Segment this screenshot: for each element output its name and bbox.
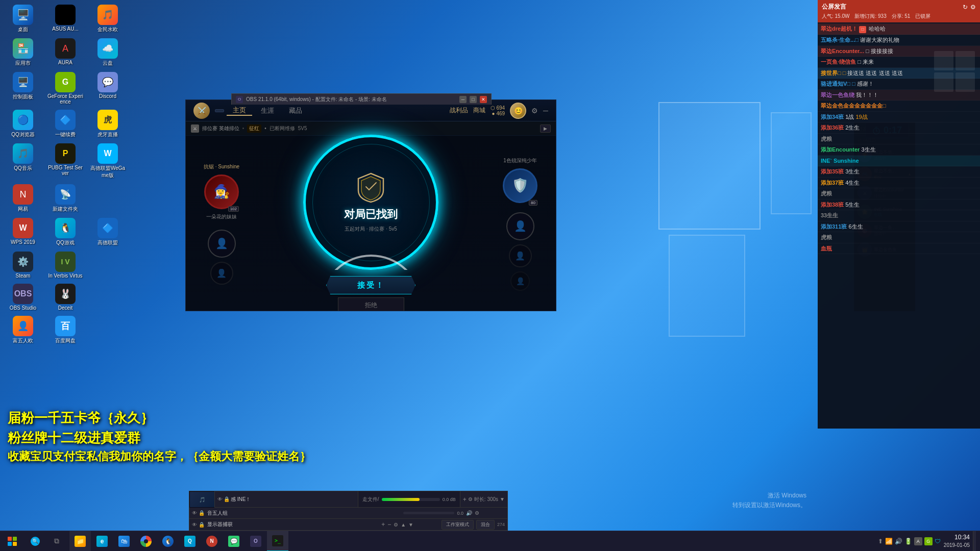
desktop-icon-wuliu[interactable]: 👤 富五人欧 bbox=[3, 314, 43, 346]
accept-button[interactable]: 接受！ bbox=[326, 276, 415, 294]
desktop-icon-controlpanel[interactable]: 🖥️ 控制面板 bbox=[3, 70, 43, 107]
task-view-btn[interactable]: ⧉ bbox=[46, 531, 67, 552]
obs-lock-3[interactable]: 🔒 bbox=[199, 522, 205, 528]
decline-button[interactable]: 拒绝 bbox=[338, 297, 404, 311]
tray-icon-asus[interactable]: A bbox=[914, 537, 922, 545]
desktop-icon-obs[interactable]: OBS OBS Studio bbox=[3, 282, 43, 313]
obs-eye-3[interactable]: 👁 bbox=[192, 522, 197, 528]
lol-nav-home[interactable]: 主页 bbox=[227, 106, 252, 116]
desktop-icon-qq[interactable]: 🐧 QQ游戏 bbox=[45, 216, 86, 248]
obs-lock-icon[interactable]: 🔒 bbox=[224, 496, 230, 502]
show-desktop-btn[interactable] bbox=[973, 531, 976, 552]
obs-lock-2[interactable]: 🔒 bbox=[199, 510, 205, 516]
obs-eye-2[interactable]: 👁 bbox=[192, 510, 197, 516]
obs-sources-row3: 👁 🔒 显示器捕获 + − ⚙ ▲ ▼ 工作室模式 混合 274 bbox=[189, 519, 507, 530]
taskbar-qq[interactable]: 🐧 bbox=[157, 531, 179, 552]
obs-src-settings-btn[interactable]: ⚙ bbox=[394, 522, 398, 528]
start-button[interactable] bbox=[0, 531, 24, 552]
desktop-icon-inverbis[interactable]: I V In Verbis Virtus bbox=[45, 249, 86, 281]
obs-title: OBS 21.1.0 (64bit, windows) - 配置文件: 未命名 … bbox=[246, 96, 456, 103]
obs-src-up-btn[interactable]: ▲ bbox=[401, 522, 406, 528]
obs-src-down-btn[interactable]: ▼ bbox=[408, 522, 413, 528]
taskbar-chrome[interactable] bbox=[135, 531, 157, 552]
obs-add-scene-btn[interactable]: + bbox=[463, 496, 467, 503]
obs-mix-btn[interactable]: 混合 bbox=[476, 520, 495, 530]
desktop-icon-asus[interactable]: A ASUS AU... bbox=[45, 3, 86, 35]
lol-nav-shop[interactable]: 商城 bbox=[473, 106, 485, 115]
obs-del-source-btn[interactable]: − bbox=[387, 521, 391, 528]
obs-mute-icon-2[interactable]: 🔊 bbox=[466, 510, 472, 516]
taskbar-edge[interactable]: e bbox=[91, 531, 113, 552]
desktop-icon-gaodeshu[interactable]: 🔷 高德联盟 bbox=[87, 216, 128, 248]
obs-volume-bar[interactable] bbox=[382, 498, 440, 501]
taskbar-misc[interactable]: O bbox=[245, 531, 266, 552]
taskbar-search[interactable]: 🔍 bbox=[24, 531, 46, 552]
lol-currency: ⬡ 694 ● 469 bbox=[491, 105, 505, 116]
taskbar-pinned-apps: 📁 e 🛍 🐧 Q N 💬 bbox=[67, 531, 290, 552]
desktop-icon-qqbrowser[interactable]: 🔵 QQ浏览器 bbox=[3, 108, 43, 140]
lol-nav-rewards[interactable]: 战利品 bbox=[450, 106, 468, 115]
overlay-line1: 届粉一千五卡爷｛永久｝ bbox=[8, 409, 799, 427]
chat-line-15: 添加37班 4生生 bbox=[818, 178, 980, 189]
lol-queue-toggle[interactable]: ▶ bbox=[540, 124, 551, 133]
desktop-icon-appstore[interactable]: 🏪 应用市 bbox=[3, 36, 43, 69]
lol-minimize-icon[interactable]: ─ bbox=[543, 107, 548, 115]
stream-chat-panel: 公屏发言 ↻ ⚙ 人气: 15.0W 新增订阅: 933 分享: 51 已锁屏 … bbox=[818, 0, 980, 429]
lol-queue-icon: ⚔ bbox=[191, 124, 199, 133]
lol-settings-icon[interactable]: ⚙ bbox=[531, 107, 538, 115]
tray-icon-volume[interactable]: 🔊 bbox=[895, 538, 902, 545]
obs-settings-icon-2[interactable]: ⚙ bbox=[475, 510, 479, 516]
desktop-icon-aura[interactable]: A AURA bbox=[45, 36, 86, 69]
desktop-icon-wps[interactable]: W WPS 2019 bbox=[3, 216, 43, 248]
desktop-icon-renew[interactable]: 🔷 一键续费 bbox=[45, 108, 86, 140]
lol-queue-bar: ⚔ 排位赛 英雄排位 • 征红 • 已断网维修 5V5 ▶ bbox=[186, 121, 556, 136]
desktop-icon-discord[interactable]: 💬 Discord bbox=[87, 70, 128, 107]
taskbar-cmd[interactable]: >_ bbox=[267, 531, 288, 552]
chat-header-bar: 公屏发言 ↻ ⚙ 人气: 15.0W 新增订阅: 933 分享: 51 已锁屏 bbox=[818, 0, 980, 22]
taskbar: 🔍 ⧉ 📁 e 🛍 🐧 bbox=[0, 531, 980, 551]
tray-icon-battery[interactable]: 🔋 bbox=[904, 538, 912, 545]
chat-settings-icon[interactable]: ⚙ bbox=[970, 4, 976, 11]
obs-eye-icon[interactable]: 👁 bbox=[217, 496, 223, 502]
desktop-icon-wangyi[interactable]: N 网易 bbox=[3, 182, 43, 215]
desktop-icon-huya[interactable]: 虎 虎牙直播 bbox=[87, 108, 128, 140]
desktop-icon-steam[interactable]: ⚙️ Steam bbox=[3, 249, 43, 281]
lol-nav-career[interactable]: 生涯 bbox=[255, 106, 280, 115]
champ-portrait-right4: 👤 bbox=[510, 271, 530, 291]
desktop-icon-geforce[interactable]: G GeForce Experience bbox=[45, 70, 86, 107]
chat-refresh-icon[interactable]: ↻ bbox=[963, 4, 968, 11]
taskbar-netease[interactable]: N bbox=[201, 531, 223, 552]
overlay-line2: 粉丝牌十二级进真爱群 bbox=[8, 429, 799, 447]
desktop-icon-xinhao[interactable]: 📡 新建文件夹 bbox=[45, 182, 86, 215]
tray-icon-1[interactable]: ⬆ bbox=[878, 538, 883, 545]
obs-titlebar: O OBS 21.1.0 (64bit, windows) - 配置文件: 未命… bbox=[231, 93, 492, 105]
obs-icon: O bbox=[236, 96, 243, 103]
obs-maximize-btn[interactable]: □ bbox=[470, 96, 477, 103]
desktop-icon-pubg[interactable]: P PUBG Test Server bbox=[45, 141, 86, 181]
taskbar-store[interactable]: 🛍 bbox=[113, 531, 135, 552]
taskbar-qq2[interactable]: Q bbox=[179, 531, 201, 552]
taskbar-explorer[interactable]: 📁 bbox=[69, 531, 91, 552]
obs-close-btn[interactable]: ✕ bbox=[480, 96, 487, 103]
desktop-icon-wegame2[interactable]: W 高德联盟WeGame版 bbox=[87, 141, 128, 181]
lol-player-name-right: 1色锐深纯少年 bbox=[503, 157, 537, 164]
desktop-icon-bidu[interactable]: 百 百度网盘 bbox=[45, 314, 86, 346]
obs-add-source-btn[interactable]: + bbox=[381, 521, 385, 528]
desktop-icon-deceit[interactable]: 🐰 Deceit bbox=[45, 282, 86, 313]
desktop-icon-desktop[interactable]: 🖥️ 桌面 bbox=[3, 3, 43, 35]
obs-minimize-btn[interactable]: ─ bbox=[459, 96, 467, 103]
obs-settings-icon[interactable]: ⚙ bbox=[468, 496, 473, 502]
tray-icon-wifi[interactable]: 📶 bbox=[885, 538, 893, 545]
tray-icon-shield[interactable]: 🛡 bbox=[935, 538, 941, 545]
chat-line-12: 添加Encounter 3生生 bbox=[818, 144, 980, 156]
desktop-icon-cloud[interactable]: ☁️ 云盘 bbox=[87, 36, 128, 69]
desktop-icon-qqmusic[interactable]: 🎵 QQ音乐 bbox=[3, 141, 43, 181]
taskbar-wechat[interactable]: 💬 bbox=[223, 531, 244, 552]
desktop-icon-jinmin[interactable]: 🎵 金民水欧 bbox=[87, 3, 128, 35]
tray-icon-geforce2[interactable]: G bbox=[924, 537, 933, 545]
chat-line-17: 添加38班 5生生 bbox=[818, 199, 980, 211]
lol-nav-items[interactable]: 藏品 bbox=[283, 106, 308, 115]
taskbar-clock[interactable]: 10:34 2019-01-05 bbox=[944, 534, 970, 548]
obs-vol-bar-2[interactable] bbox=[403, 512, 454, 514]
system-tray: ⬆ 📶 🔊 🔋 A G 🛡 10:34 2019-01-05 bbox=[878, 531, 980, 552]
